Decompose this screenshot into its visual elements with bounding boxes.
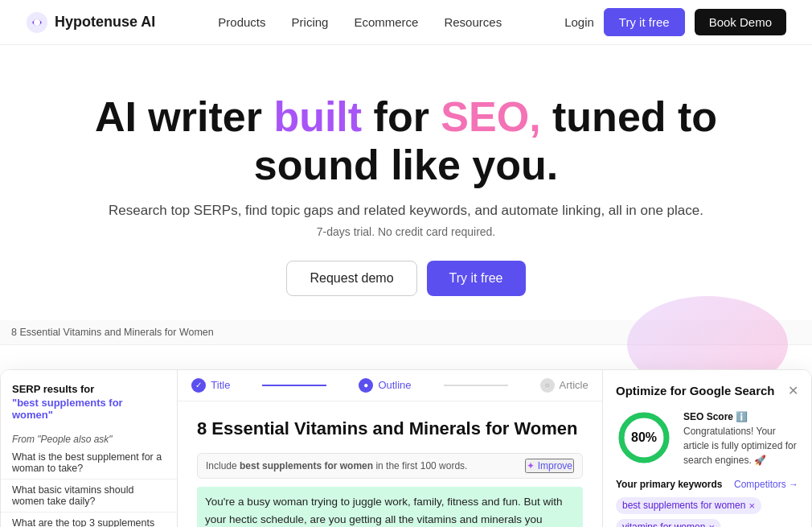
progress-tabs: ✓ Title ● Outline ○ Article (178, 370, 602, 401)
app-preview: SERP results for "best supplements for w… (0, 369, 812, 527)
nav-actions: Login Try it free Book Demo (564, 8, 786, 36)
seo-score-circle: 80% (616, 410, 672, 466)
tab-title[interactable]: ✓ Title (191, 378, 230, 393)
tab-line-2 (444, 385, 508, 386)
improve-label: Improve (538, 460, 572, 471)
hint-text: Include best supplements for women in th… (206, 460, 467, 471)
keyword-1-remove[interactable]: × (748, 500, 755, 512)
list-item[interactable]: What basic vitamins should women take da… (1, 480, 177, 513)
logo-text: Hypotenuse AI (55, 14, 155, 31)
logo[interactable]: Hypotenuse AI (26, 11, 155, 34)
hint-keyword: best supplements for women (240, 460, 373, 471)
article-hint: Include best supplements for women in th… (197, 453, 583, 479)
people-also-ask-label: From "People also ask" (1, 429, 177, 447)
highlighted-paragraph: You're a busy woman trying to juggle wor… (197, 487, 583, 527)
tab-line-1 (262, 385, 326, 386)
competitors-link[interactable]: Competitors → (734, 479, 798, 490)
tab-article-dot: ○ (540, 378, 555, 393)
tab-outline[interactable]: ● Outline (359, 378, 411, 393)
seo-congrats-detail: Congratulations! Your article is fully o… (683, 426, 797, 466)
seo-congrats-text: SEO Score ℹ️ Congratulations! Your artic… (683, 410, 798, 467)
tab-outline-label: Outline (378, 379, 411, 391)
left-panel: SERP results for "best supplements for w… (1, 370, 178, 527)
nav-links: Products Pricing Ecommerce Resources (218, 15, 502, 29)
keywords-title: Your primary keywords (616, 479, 723, 490)
tab-article-label: Article (560, 379, 588, 391)
svg-point-1 (34, 19, 40, 26)
tab-outline-dot: ● (359, 378, 373, 393)
book-demo-button[interactable]: Book Demo (695, 9, 786, 35)
keyword-tag-1: best supplements for women × (616, 497, 761, 514)
nav-ecommerce[interactable]: Ecommerce (354, 15, 418, 29)
keyword-2-remove[interactable]: × (708, 521, 715, 527)
try-free-button[interactable]: Try it free (604, 8, 685, 36)
nav-resources[interactable]: Resources (444, 15, 502, 29)
keywords-tags: best supplements for women × vitamins fo… (616, 495, 798, 527)
right-panel-header: Optimize for Google Search ✕ (616, 383, 798, 398)
logo-icon (26, 11, 48, 34)
serp-query: "best supplements for women" (1, 397, 177, 429)
seo-score-row: 80% SEO Score ℹ️ Congratulations! Your a… (616, 410, 798, 467)
hero-section: AI writer built for SEO, tuned to sound … (0, 45, 812, 320)
sparkle-icon: ✦ (527, 460, 535, 471)
close-button[interactable]: ✕ (788, 383, 798, 398)
list-item[interactable]: What are the top 3 supplements to take? (1, 513, 177, 527)
hero-trial: 7-days trial. No credit card required. (16, 225, 796, 238)
serp-title: SERP results for (1, 380, 177, 397)
seo-score-number: 80% (631, 430, 657, 445)
nav-products[interactable]: Products (218, 15, 265, 29)
nav-pricing[interactable]: Pricing (292, 15, 329, 29)
keywords-header: Your primary keywords Competitors → (616, 479, 798, 490)
list-item[interactable]: What is the best supplement for a woman … (1, 447, 177, 480)
seo-score-label: SEO Score (683, 411, 733, 422)
article-title: 8 Essential Vitamins and Minerals for Wo… (197, 418, 583, 441)
keyword-tag-2-text: vitamins for women (622, 521, 705, 527)
tab-article[interactable]: ○ Article (540, 378, 588, 393)
doc-top-label: 8 Essential Vitamins and Minerals for Wo… (0, 320, 812, 345)
keyword-tag-2: vitamins for women × (616, 519, 721, 527)
tab-title-dot: ✓ (191, 378, 206, 393)
navbar: Hypotenuse AI Products Pricing Ecommerce… (0, 0, 812, 45)
hero-subheadline: Research top SERPs, find topic gaps and … (16, 203, 796, 219)
hint-prefix: Include (206, 460, 240, 471)
hero-buttons: Request demo Try it free (16, 261, 796, 296)
hero-headline: AI writer built for SEO, tuned to sound … (60, 93, 752, 190)
login-button[interactable]: Login (564, 15, 594, 29)
improve-button[interactable]: ✦ Improve (525, 459, 574, 473)
right-panel: Optimize for Google Search ✕ 80% SEO Sco… (602, 370, 811, 527)
request-demo-button[interactable]: Request demo (286, 261, 416, 296)
tab-title-label: Title (211, 379, 230, 391)
article-content: 8 Essential Vitamins and Minerals for Wo… (178, 401, 602, 527)
hint-suffix: in the first 100 words. (373, 460, 467, 471)
keyword-tag-1-text: best supplements for women (622, 500, 745, 511)
right-panel-title: Optimize for Google Search (616, 384, 775, 397)
center-panel: ✓ Title ● Outline ○ Article 8 Essential … (178, 370, 602, 527)
try-free-hero-button[interactable]: Try it free (427, 261, 526, 296)
